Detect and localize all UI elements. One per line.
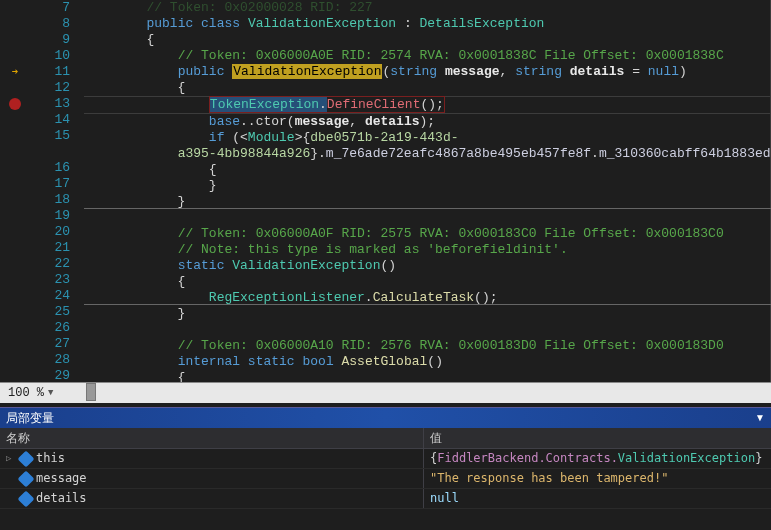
variable-name: this — [36, 449, 65, 468]
gutter: 7 8 9 10 ➔11 12 13 14 15 16 17 18 19 20 … — [0, 0, 84, 382]
breakpoint-icon[interactable] — [0, 98, 30, 110]
panel-title: 局部变量 — [6, 408, 54, 428]
variable-value: "The response has been tampered!" — [424, 469, 771, 488]
divider — [84, 208, 770, 209]
line-num: 7 — [30, 0, 80, 16]
variable-row[interactable]: ▷ this {FiddlerBackend.Contracts.Validat… — [0, 449, 771, 469]
variable-name: message — [36, 469, 87, 488]
variable-value: {FiddlerBackend.Contracts.ValidationExce… — [424, 449, 771, 468]
variable-row[interactable]: message "The response has been tampered!… — [0, 469, 771, 489]
code-editor[interactable]: 7 8 9 10 ➔11 12 13 14 15 16 17 18 19 20 … — [0, 0, 771, 382]
panel-header[interactable]: 局部变量 ▼ — [0, 408, 771, 428]
object-icon — [18, 470, 35, 487]
chevron-down-icon[interactable]: ▼ — [755, 408, 765, 428]
horizontal-scrollbar-thumb[interactable] — [86, 383, 96, 401]
column-name[interactable]: 名称 — [0, 428, 424, 448]
object-icon — [18, 450, 35, 467]
execution-arrow-icon: ➔ — [0, 64, 30, 80]
expander-icon[interactable]: ▷ — [6, 449, 16, 468]
object-icon — [18, 490, 35, 507]
zoom-bar[interactable]: 100 % ▼ — [0, 382, 771, 403]
divider — [84, 304, 770, 305]
locals-panel: 局部变量 ▼ 名称 值 ▷ this {FiddlerBackend.Contr… — [0, 407, 771, 509]
panel-columns[interactable]: 名称 值 — [0, 428, 771, 449]
zoom-level[interactable]: 100 % — [8, 383, 44, 403]
current-method-highlight: ValidationException — [232, 64, 382, 79]
column-value[interactable]: 值 — [424, 428, 771, 448]
variable-name: details — [36, 489, 87, 508]
code-text[interactable]: // Token: 0x02000028 RID: 227 public cla… — [84, 0, 770, 382]
variable-value: null — [424, 489, 771, 508]
variable-row[interactable]: details null — [0, 489, 771, 509]
chevron-down-icon[interactable]: ▼ — [48, 383, 53, 403]
